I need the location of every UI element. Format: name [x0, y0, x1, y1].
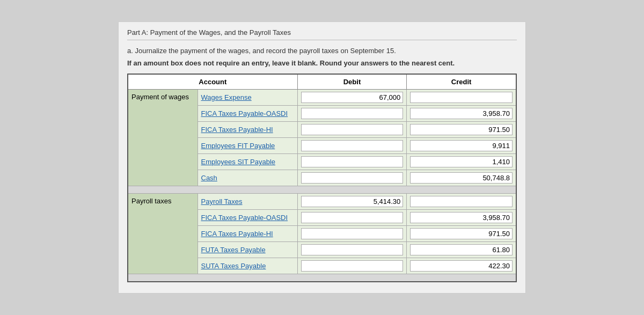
account-cell: FICA Taxes Payable-HI — [197, 122, 297, 138]
account-cell: SUTA Taxes Payable — [197, 258, 297, 274]
amount-input[interactable] — [301, 124, 404, 135]
account-cell: Employees SIT Payable — [197, 154, 297, 170]
account-link[interactable]: Employees SIT Payable — [201, 158, 276, 166]
amount-input[interactable] — [301, 228, 404, 239]
account-link[interactable]: FICA Taxes Payable-OASDI — [201, 214, 288, 222]
amount-input[interactable] — [410, 156, 513, 167]
account-link[interactable]: Employees FIT Payable — [201, 142, 275, 150]
amount-input[interactable] — [301, 140, 404, 151]
amount-input[interactable] — [301, 196, 404, 207]
account-cell: Payroll Taxes — [197, 194, 297, 210]
account-cell: FUTA Taxes Payable — [197, 242, 297, 258]
amount-input[interactable] — [301, 260, 404, 272]
amount-input[interactable] — [410, 196, 513, 207]
amount-input[interactable] — [410, 260, 513, 272]
account-cell: FICA Taxes Payable-OASDI — [197, 106, 297, 122]
amount-input[interactable] — [410, 172, 513, 184]
account-cell: FICA Taxes Payable-HI — [197, 226, 297, 242]
journal-table: AccountDebitCredit Payment of wagesWages… — [127, 74, 517, 282]
part-title: Part A: Payment of the Wages, and the Pa… — [127, 28, 517, 40]
header-credit: Credit — [407, 74, 516, 90]
account-link[interactable]: FICA Taxes Payable-OASDI — [201, 109, 288, 118]
amount-input[interactable] — [410, 108, 513, 119]
account-cell: Wages Expense — [197, 90, 297, 106]
table-row: Payment of wagesWages Expense — [128, 90, 516, 106]
amount-input[interactable] — [410, 212, 513, 223]
amount-input[interactable] — [410, 140, 513, 151]
header-debit: Debit — [297, 74, 407, 90]
account-link[interactable]: Wages Expense — [201, 93, 252, 101]
amount-input[interactable] — [301, 92, 404, 103]
account-link[interactable]: Payroll Taxes — [201, 197, 243, 206]
amount-input[interactable] — [301, 212, 404, 223]
account-cell: FICA Taxes Payable-OASDI — [197, 210, 297, 226]
account-link[interactable]: FICA Taxes Payable-HI — [201, 230, 273, 238]
instruction-b: If an amount box does not require an ent… — [127, 59, 517, 67]
section-label: Payroll taxes — [128, 194, 197, 274]
account-link[interactable]: SUTA Taxes Payable — [201, 262, 266, 270]
amount-input[interactable] — [301, 108, 404, 119]
separator-row — [128, 274, 516, 282]
amount-input[interactable] — [410, 244, 513, 255]
instruction-a: a. Journalize the payment of the wages, … — [127, 47, 517, 55]
header-account: Account — [128, 74, 297, 90]
account-link[interactable]: FICA Taxes Payable-HI — [201, 126, 273, 134]
amount-input[interactable] — [410, 228, 513, 239]
amount-input[interactable] — [301, 244, 404, 255]
amount-input[interactable] — [410, 124, 513, 135]
table-row: Payroll taxesPayroll Taxes — [128, 194, 516, 210]
account-cell: Employees FIT Payable — [197, 138, 297, 154]
amount-input[interactable] — [301, 156, 404, 167]
separator-row — [128, 186, 516, 194]
amount-input[interactable] — [301, 172, 404, 184]
account-link[interactable]: Cash — [201, 174, 217, 182]
main-container: Part A: Payment of the Wages, and the Pa… — [118, 21, 526, 294]
account-cell: Cash — [197, 170, 297, 186]
amount-input[interactable] — [410, 92, 513, 103]
section-label: Payment of wages — [128, 90, 197, 186]
account-link[interactable]: FUTA Taxes Payable — [201, 246, 266, 254]
